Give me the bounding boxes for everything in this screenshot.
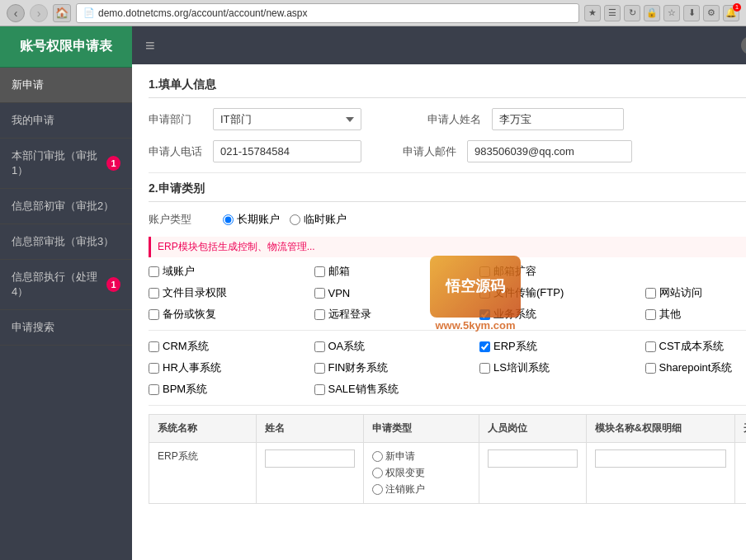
browser-toolbar: ★ ☰ ↻ 🔒 ☆ ⬇ ⚙ 🔔 1 xyxy=(584,5,739,21)
position-field[interactable] xyxy=(488,449,578,468)
checkbox-sharepoint-input[interactable] xyxy=(645,363,656,374)
checkbox-bpm-input[interactable] xyxy=(149,384,159,395)
name-input[interactable] xyxy=(492,108,624,130)
sidebar-item-label: 本部门审批（审批1） xyxy=(12,148,106,178)
checkbox-hr[interactable]: HR人事系统 xyxy=(149,360,306,375)
radio-new-apply-input[interactable] xyxy=(372,451,383,462)
radio-cancel-account[interactable]: 注销账户 xyxy=(372,482,425,496)
checkbox-backup-input[interactable] xyxy=(149,309,159,320)
checkbox-website-input[interactable] xyxy=(645,288,656,299)
checkbox-file-dir[interactable]: 文件目录权限 xyxy=(149,285,306,300)
empty-cell1 xyxy=(645,264,747,279)
checkbox-other[interactable]: 其他 xyxy=(645,307,747,322)
bookmark-icon[interactable]: ★ xyxy=(584,5,601,21)
form-group-email: 申请人邮件 xyxy=(403,140,632,162)
checkbox-oa-input[interactable] xyxy=(314,341,325,352)
checkbox-backup[interactable]: 备份或恢复 xyxy=(149,307,306,322)
checkbox-domain-label: 域账户 xyxy=(163,264,195,279)
name-field[interactable] xyxy=(265,449,355,468)
radio-cancel-account-input[interactable] xyxy=(372,484,383,495)
checkbox-fin[interactable]: FIN财务系统 xyxy=(314,360,472,375)
sidebar-item-info-approval[interactable]: 信息部审批（审批3） xyxy=(0,224,132,260)
radio-new-apply[interactable]: 新申请 xyxy=(372,449,425,464)
settings-icon[interactable]: ⚙ xyxy=(703,5,720,21)
checkbox-website[interactable]: 网站访问 xyxy=(645,285,747,300)
checkbox-domain[interactable]: 域账户 xyxy=(149,264,306,279)
dept-select[interactable]: IT部门 xyxy=(213,108,361,130)
checkbox-business-system-input[interactable] xyxy=(479,309,490,320)
sidebar-title: 账号权限申请表 xyxy=(0,26,132,68)
forward-button[interactable]: › xyxy=(30,4,48,22)
checkbox-cst[interactable]: CST成本系统 xyxy=(645,339,747,354)
checkbox-file-dir-input[interactable] xyxy=(149,288,159,299)
sidebar-item-new-application[interactable]: 新申请 xyxy=(0,68,132,103)
email-input[interactable] xyxy=(467,140,632,162)
sidebar-item-info-execute[interactable]: 信息部执行（处理4） 1 xyxy=(0,260,132,310)
checkbox-remote-input[interactable] xyxy=(314,309,325,320)
checkbox-oa[interactable]: OA系统 xyxy=(314,339,472,354)
sidebar-item-dept-approval[interactable]: 本部门审批（审批1） 1 xyxy=(0,139,132,189)
refresh-icon[interactable]: ↻ xyxy=(624,5,640,21)
radio-temporary-input[interactable] xyxy=(290,214,300,225)
form-group-dept: 申请部门 IT部门 xyxy=(149,108,361,130)
checkbox-ftp[interactable]: 文件传输(FTP) xyxy=(479,285,637,300)
back-button[interactable]: ‹ xyxy=(7,4,25,22)
sidebar-item-search[interactable]: 申请搜索 xyxy=(0,310,132,346)
checkbox-other-input[interactable] xyxy=(645,309,656,320)
checkbox-erp-input[interactable] xyxy=(479,341,490,352)
checkbox-crm[interactable]: CRM系统 xyxy=(149,339,306,354)
checkbox-vpn-input[interactable] xyxy=(314,288,325,299)
notification-icon[interactable]: 🔔 1 xyxy=(723,5,739,21)
radio-perm-change-label: 权限变更 xyxy=(385,466,425,480)
sidebar-item-my-application[interactable]: 我的申请 xyxy=(0,103,132,139)
request-type-radio-stack: 新申请 权限变更 注销账户 xyxy=(372,449,425,496)
section1-title: 1.填单人信息 xyxy=(149,78,746,98)
checkbox-vpn[interactable]: VPN xyxy=(314,285,472,300)
checkbox-ftp-input[interactable] xyxy=(479,288,490,299)
radio-long-term-input[interactable] xyxy=(223,214,234,225)
phone-input[interactable] xyxy=(213,140,361,162)
checkbox-email[interactable]: 邮箱 xyxy=(314,264,472,279)
sidebar: 账号权限申请表 新申请 我的申请 本部门审批（审批1） 1 信息部初审（审批2）… xyxy=(0,26,132,560)
td-position[interactable] xyxy=(479,443,587,503)
url-text: demo.dotnetcms.org/account/account/new.a… xyxy=(98,7,307,19)
checkbox-sharepoint[interactable]: Sharepoint系统 xyxy=(645,360,747,375)
star-icon[interactable]: ☆ xyxy=(663,5,680,21)
checkbox-erp[interactable]: ERP系统 xyxy=(479,339,637,354)
checkbox-ls[interactable]: LS培训系统 xyxy=(479,360,637,375)
checkbox-domain-input[interactable] xyxy=(149,266,159,277)
user-avatar-icon: 👤 xyxy=(741,36,746,54)
download-icon[interactable]: ⬇ xyxy=(683,5,700,21)
security-icon[interactable]: 🔒 xyxy=(644,5,660,21)
checkbox-crm-input[interactable] xyxy=(149,341,159,352)
module-detail-field[interactable] xyxy=(595,449,726,468)
radio-perm-change[interactable]: 权限变更 xyxy=(372,466,425,480)
url-bar[interactable]: 📄 demo.dotnetcms.org/account/account/new… xyxy=(76,3,579,23)
divider3 xyxy=(149,405,746,406)
menu-toggle[interactable]: ≡ xyxy=(145,36,155,55)
checkbox-email-expand[interactable]: 邮箱扩容 xyxy=(479,264,637,279)
td-module-detail[interactable] xyxy=(587,443,735,503)
checkbox-email-expand-input[interactable] xyxy=(479,266,490,277)
checkbox-hr-input[interactable] xyxy=(149,363,159,374)
home-button[interactable]: 🏠 xyxy=(53,4,71,22)
radio-perm-change-input[interactable] xyxy=(372,468,383,478)
td-name[interactable] xyxy=(257,443,364,503)
radio-long-term[interactable]: 长期账户 xyxy=(223,212,280,227)
divider2 xyxy=(149,330,746,331)
checkbox-fin-input[interactable] xyxy=(314,363,325,374)
browser-menu-icon[interactable]: ☰ xyxy=(604,5,621,21)
sidebar-item-info-initial[interactable]: 信息部初审（审批2） xyxy=(0,189,132,224)
checkbox-sale-input[interactable] xyxy=(314,384,325,395)
checkbox-cst-input[interactable] xyxy=(645,341,656,352)
checkbox-remote[interactable]: 远程登录 xyxy=(314,307,472,322)
badge-info-execute: 1 xyxy=(106,277,120,292)
checkbox-business-system[interactable]: 业务系统 xyxy=(479,307,637,322)
checkbox-email-input[interactable] xyxy=(314,266,325,277)
checkbox-sale[interactable]: SALE销售系统 xyxy=(314,382,472,397)
radio-temporary[interactable]: 临时账户 xyxy=(290,212,347,227)
user-menu[interactable]: 👤 李万宝 ▾ xyxy=(741,36,746,54)
checkbox-bpm[interactable]: BPM系统 xyxy=(149,382,306,397)
checkbox-other-label: 其他 xyxy=(659,307,681,322)
checkbox-ls-input[interactable] xyxy=(479,363,490,374)
